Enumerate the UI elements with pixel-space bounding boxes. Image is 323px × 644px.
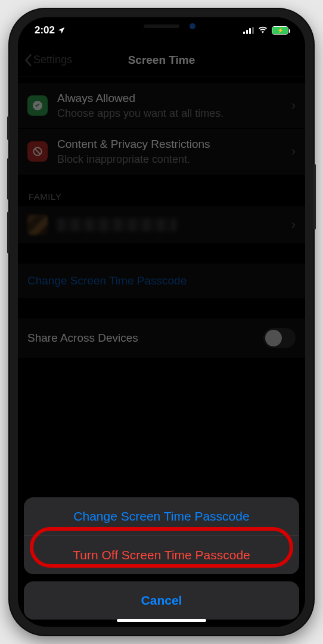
change-passcode-option[interactable]: Change Screen Time Passcode [24,497,299,536]
turn-off-passcode-option[interactable]: Turn Off Screen Time Passcode [24,536,299,574]
cancel-button[interactable]: Cancel [24,581,299,620]
action-sheet-options: Change Screen Time Passcode Turn Off Scr… [24,497,299,574]
screen: 2:02 ⚡ Settings [18,17,305,627]
location-icon [57,26,66,35]
wifi-icon [257,26,268,35]
notch [99,17,224,35]
home-indicator[interactable] [117,619,206,622]
volume-down-button [7,212,10,253]
battery-charging-icon: ⚡ [272,26,288,35]
power-button [313,164,316,230]
action-sheet: Change Screen Time Passcode Turn Off Scr… [24,497,299,620]
volume-up-button [7,158,10,200]
mute-switch [7,116,10,140]
phone-frame: 2:02 ⚡ Settings [10,9,313,635]
cellular-signal-icon [243,27,254,34]
status-time: 2:02 [35,24,55,36]
